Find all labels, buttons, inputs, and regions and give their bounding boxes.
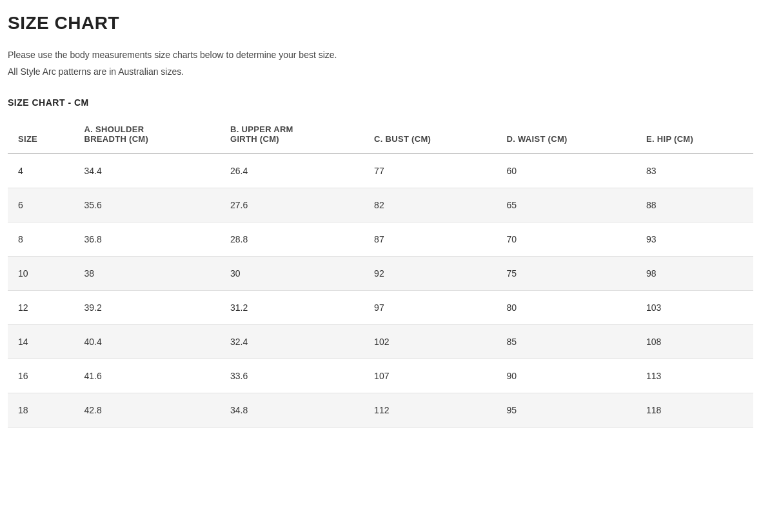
cell-size: 18 [8,393,76,427]
cell-hip: 98 [638,256,753,290]
table-row: 836.828.8877093 [8,222,753,256]
col-header-upper-arm: B. UPPER ARMGIRTH (CM) [222,118,366,153]
cell-shoulder: 41.6 [76,359,222,393]
size-chart-table: SIZE A. SHOULDERBREADTH (CM) B. UPPER AR… [8,118,753,428]
table-row: 1641.633.610790113 [8,359,753,393]
cell-hip: 113 [638,359,753,393]
col-header-hip: E. HIP (CM) [638,118,753,153]
cell-upper-arm: 32.4 [222,324,366,359]
cell-hip: 88 [638,188,753,222]
table-header-row: SIZE A. SHOULDERBREADTH (CM) B. UPPER AR… [8,118,753,153]
cell-size: 8 [8,222,76,256]
cell-bust: 87 [366,222,499,256]
col-header-shoulder: A. SHOULDERBREADTH (CM) [76,118,222,153]
cell-waist: 90 [499,359,638,393]
cell-upper-arm: 31.2 [222,290,366,324]
table-row: 1239.231.29780103 [8,290,753,324]
cell-bust: 82 [366,188,499,222]
cell-upper-arm: 27.6 [222,188,366,222]
cell-bust: 77 [366,153,499,188]
table-row: 635.627.6826588 [8,188,753,222]
cell-size: 14 [8,324,76,359]
table-row: 1440.432.410285108 [8,324,753,359]
cell-size: 10 [8,256,76,290]
cell-waist: 95 [499,393,638,427]
table-row: 434.426.4776083 [8,153,753,188]
cell-hip: 103 [638,290,753,324]
cell-upper-arm: 26.4 [222,153,366,188]
cell-bust: 97 [366,290,499,324]
table-row: 103830927598 [8,256,753,290]
page-title: SIZE CHART [8,13,753,34]
cell-shoulder: 40.4 [76,324,222,359]
table-row: 1842.834.811295118 [8,393,753,427]
cell-hip: 83 [638,153,753,188]
cell-bust: 92 [366,256,499,290]
cell-waist: 80 [499,290,638,324]
cell-bust: 102 [366,324,499,359]
cell-waist: 70 [499,222,638,256]
description-line1: Please use the body measurements size ch… [8,48,753,62]
cell-size: 6 [8,188,76,222]
cell-hip: 118 [638,393,753,427]
cell-waist: 75 [499,256,638,290]
cell-waist: 65 [499,188,638,222]
description-line2: All Style Arc patterns are in Australian… [8,64,753,79]
cell-upper-arm: 34.8 [222,393,366,427]
cell-size: 12 [8,290,76,324]
col-header-size: SIZE [8,118,76,153]
cell-shoulder: 38 [76,256,222,290]
cell-shoulder: 39.2 [76,290,222,324]
cell-hip: 108 [638,324,753,359]
cell-hip: 93 [638,222,753,256]
col-header-waist: D. WAIST (CM) [499,118,638,153]
section-title: SIZE CHART - CM [8,97,753,108]
cell-waist: 85 [499,324,638,359]
cell-shoulder: 42.8 [76,393,222,427]
cell-upper-arm: 30 [222,256,366,290]
col-header-bust: C. BUST (CM) [366,118,499,153]
cell-bust: 112 [366,393,499,427]
cell-shoulder: 36.8 [76,222,222,256]
cell-upper-arm: 28.8 [222,222,366,256]
cell-upper-arm: 33.6 [222,359,366,393]
cell-waist: 60 [499,153,638,188]
cell-size: 4 [8,153,76,188]
page-container: SIZE CHART Please use the body measureme… [0,0,761,440]
cell-size: 16 [8,359,76,393]
cell-shoulder: 35.6 [76,188,222,222]
cell-shoulder: 34.4 [76,153,222,188]
cell-bust: 107 [366,359,499,393]
